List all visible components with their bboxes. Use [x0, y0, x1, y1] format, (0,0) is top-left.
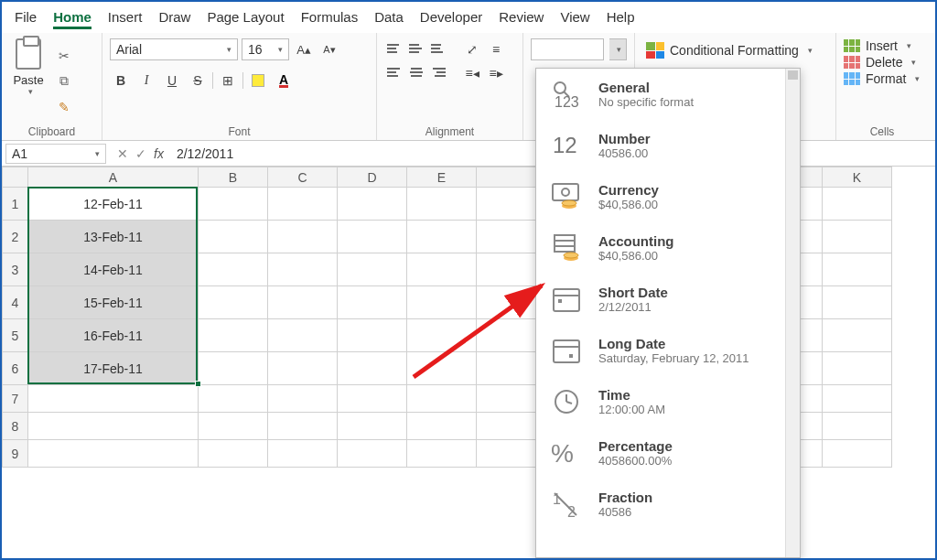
format-option-fraction[interactable]: 12Fraction40586 — [536, 479, 800, 530]
align-center-button[interactable] — [406, 62, 426, 82]
format-option-title: Long Date — [598, 336, 749, 351]
column-header-d[interactable]: D — [338, 167, 407, 188]
column-header-b[interactable]: B — [199, 167, 268, 188]
svg-text:123: 123 — [555, 94, 579, 109]
svg-point-7 — [562, 200, 576, 206]
time-icon — [549, 385, 586, 418]
format-option-longdate[interactable]: Long DateSaturday, February 12, 2011 — [536, 325, 800, 376]
row-header-6[interactable]: 6 — [3, 352, 28, 385]
font-color-button[interactable]: A — [273, 70, 295, 92]
orientation-button[interactable]: ⤢ — [461, 38, 483, 60]
format-option-sample: 40586.00 — [598, 146, 651, 160]
chevron-down-icon: ▾ — [95, 149, 100, 158]
font-size-combo[interactable]: 16 ▾ — [242, 38, 289, 60]
copy-button[interactable] — [53, 70, 75, 92]
cut-button[interactable] — [53, 45, 75, 67]
column-header-e[interactable]: E — [407, 167, 477, 188]
row-header-1[interactable]: 1 — [3, 188, 28, 221]
format-option-sample: $40,586.00 — [598, 198, 659, 211]
increase-font-button[interactable]: A▴ — [293, 38, 315, 60]
svg-point-5 — [562, 188, 569, 196]
fx-icon[interactable]: fx — [154, 146, 164, 161]
svg-line-21 — [566, 402, 572, 404]
column-header-c[interactable]: C — [268, 167, 338, 188]
delete-cells-button[interactable]: Delete ▾ — [844, 55, 921, 70]
menu-data[interactable]: Data — [374, 9, 404, 29]
menu-developer[interactable]: Developer — [420, 9, 482, 29]
align-right-button[interactable] — [428, 62, 448, 82]
row-header-5[interactable]: 5 — [3, 319, 28, 352]
align-top-button[interactable] — [384, 38, 404, 59]
menu-insert[interactable]: Insert — [108, 9, 143, 29]
strikethrough-button[interactable]: S — [187, 70, 209, 92]
menu-help[interactable]: Help — [607, 9, 635, 29]
format-option-accounting[interactable]: Accounting$40,586.00 — [536, 222, 800, 274]
cell-a4[interactable]: 15-Feb-11 — [28, 286, 199, 319]
row-header-8[interactable]: 8 — [3, 413, 28, 440]
paste-button[interactable]: Paste ▾ — [9, 38, 48, 124]
fill-handle[interactable] — [195, 381, 201, 387]
conditional-formatting-button[interactable]: Conditional Formatting ▾ — [642, 38, 828, 62]
format-option-general[interactable]: 123GeneralNo specific format — [536, 69, 800, 120]
underline-button[interactable]: U — [161, 70, 183, 92]
format-cells-button[interactable]: Format ▾ — [844, 71, 921, 86]
format-option-title: General — [598, 80, 694, 95]
enter-icon[interactable]: ✓ — [135, 146, 146, 161]
format-option-shortdate[interactable]: Short Date2/12/2011 — [536, 274, 800, 325]
align-bottom-button[interactable] — [428, 38, 448, 59]
group-alignment: ⤢ ≡◂ ≡▸ Alignment — [377, 33, 523, 140]
menu-review[interactable]: Review — [499, 9, 544, 29]
row-header-4[interactable]: 4 — [3, 286, 28, 319]
decrease-indent-button[interactable]: ≡◂ — [461, 62, 483, 84]
format-option-number[interactable]: 12Number40586.00 — [536, 120, 800, 171]
menu-draw[interactable]: Draw — [158, 9, 190, 29]
scrollbar-thumb[interactable] — [788, 70, 798, 80]
decrease-font-button[interactable]: A▾ — [318, 38, 340, 60]
select-all-button[interactable] — [3, 167, 28, 188]
insert-cells-button[interactable]: Insert ▾ — [844, 38, 921, 53]
increase-indent-button[interactable]: ≡▸ — [485, 62, 507, 84]
menu-formulas[interactable]: Formulas — [301, 9, 359, 29]
menu-view[interactable]: View — [560, 9, 589, 29]
menu-file[interactable]: File — [15, 9, 37, 29]
number-format-dropdown-button[interactable]: ▾ — [609, 38, 627, 60]
cell-a3[interactable]: 14-Feb-11 — [28, 253, 199, 286]
cell-a2[interactable]: 13-Feb-11 — [28, 221, 199, 253]
cancel-icon[interactable]: ✕ — [117, 146, 128, 161]
column-header-a[interactable]: A — [28, 167, 199, 188]
italic-button[interactable]: I — [135, 70, 157, 92]
font-name-combo[interactable]: Arial ▾ — [110, 38, 238, 60]
name-box[interactable]: A1 ▾ — [5, 144, 106, 164]
font-color-icon: A — [279, 74, 288, 88]
bold-button[interactable]: B — [110, 70, 132, 92]
borders-button[interactable] — [217, 70, 239, 92]
cell-a1[interactable]: 12-Feb-11 — [28, 188, 199, 221]
row-header-7[interactable]: 7 — [3, 385, 28, 413]
row-header-3[interactable]: 3 — [3, 253, 28, 286]
format-option-currency[interactable]: Currency$40,586.00 — [536, 171, 800, 222]
dropdown-scrollbar[interactable] — [785, 69, 800, 557]
align-middle-button[interactable] — [406, 38, 426, 59]
percentage-icon: % — [549, 436, 586, 469]
cell-a6[interactable]: 17-Feb-11 — [28, 352, 199, 385]
row-header-2[interactable]: 2 — [3, 221, 28, 253]
group-cells: Insert ▾ Delete ▾ Format ▾ Cells — [836, 33, 928, 140]
align-left-button[interactable] — [384, 62, 404, 82]
format-option-time[interactable]: Time12:00:00 AM — [536, 376, 800, 427]
format-option-percentage[interactable]: %Percentage4058600.00% — [536, 427, 800, 479]
column-header-k[interactable]: K — [823, 167, 892, 188]
menu-home[interactable]: Home — [53, 9, 92, 29]
cell-a5[interactable]: 16-Feb-11 — [28, 319, 199, 352]
chevron-down-icon: ▾ — [915, 74, 920, 83]
fill-color-button[interactable] — [247, 70, 269, 92]
row-header-9[interactable]: 9 — [3, 440, 28, 468]
font-size-value: 16 — [248, 42, 263, 57]
number-format-combo[interactable] — [531, 38, 604, 60]
wrap-text-button[interactable] — [485, 38, 507, 60]
format-option-sample: 2/12/2011 — [598, 300, 668, 314]
format-option-sample: 4058600.00% — [598, 454, 673, 468]
clipboard-icon — [16, 38, 41, 70]
menu-page-layout[interactable]: Page Layout — [207, 9, 284, 29]
svg-text:%: % — [551, 439, 574, 468]
format-painter-button[interactable] — [53, 96, 75, 118]
